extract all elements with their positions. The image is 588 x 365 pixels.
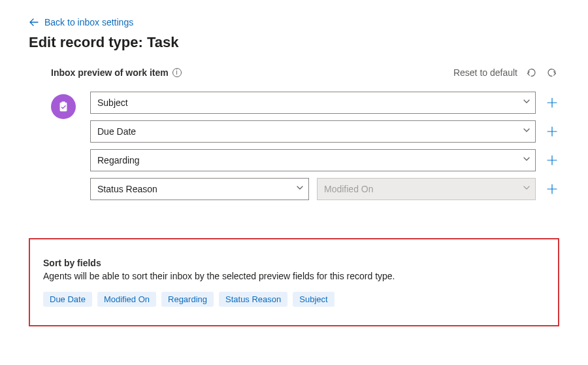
chevron-down-icon: [522, 154, 531, 166]
chevron-down-icon: [295, 183, 304, 195]
svg-rect-1: [61, 101, 65, 103]
preview-row: Regarding: [90, 149, 559, 171]
preview-row-fields: Subject: [90, 92, 536, 114]
plus-icon: [546, 154, 558, 166]
page-root: Back to inbox settings Edit record type:…: [0, 0, 588, 326]
redo-icon: [546, 67, 558, 78]
sort-chip-subject[interactable]: Subject: [293, 292, 334, 307]
back-link-label: Back to inbox settings: [44, 17, 133, 27]
select-label: Subject: [97, 97, 128, 108]
sort-section-title: Sort by fields: [43, 258, 545, 268]
add-field-button[interactable]: [545, 96, 559, 110]
sort-chip-status-reason[interactable]: Status Reason: [219, 292, 287, 307]
select-label: Regarding: [97, 155, 140, 165]
content-area: Inbox preview of work item i Reset to de…: [29, 65, 559, 200]
preview-row-fields: Regarding: [90, 149, 536, 171]
svg-rect-0: [60, 103, 67, 112]
sort-chip-due-date[interactable]: Due Date: [43, 292, 92, 307]
page-title: Edit record type: Task: [29, 34, 559, 51]
select-label: Status Reason: [97, 184, 157, 194]
preview-rows: Subject D: [90, 92, 559, 200]
plus-icon: [546, 126, 558, 137]
plus-icon: [546, 97, 558, 109]
chevron-down-icon: [522, 183, 531, 195]
preview-block: Subject D: [51, 92, 559, 200]
back-to-inbox-link[interactable]: Back to inbox settings: [29, 17, 133, 27]
sort-chip-modified-on[interactable]: Modified On: [97, 292, 156, 307]
sort-chip-regarding[interactable]: Regarding: [161, 292, 214, 307]
add-field-button[interactable]: [545, 124, 559, 139]
preview-row-fields: Due Date: [90, 120, 536, 143]
plus-icon: [546, 183, 558, 195]
chevron-down-icon: [522, 126, 531, 137]
undo-button[interactable]: [524, 65, 538, 80]
task-clipboard-icon: [51, 94, 76, 119]
reset-group: Reset to default: [453, 65, 559, 80]
preview-section-title: Inbox preview of work item: [51, 67, 169, 78]
redo-button[interactable]: [545, 65, 559, 80]
chevron-down-icon: [522, 97, 531, 109]
preview-row: Due Date: [90, 120, 559, 143]
select-label: Due Date: [97, 126, 136, 137]
field-select-modified-on: Modified On: [317, 178, 536, 200]
select-label: Modified On: [324, 184, 373, 194]
field-select-status-reason[interactable]: Status Reason: [90, 178, 309, 200]
sort-chips: Due Date Modified On Regarding Status Re…: [43, 292, 545, 307]
field-select-due-date[interactable]: Due Date: [90, 120, 536, 143]
undo-icon: [525, 67, 537, 78]
arrow-left-icon: [29, 17, 39, 27]
preview-row: Subject: [90, 92, 559, 114]
reset-to-default-button[interactable]: Reset to default: [453, 67, 517, 78]
preview-row-fields: Status Reason Modified On: [90, 178, 536, 200]
field-select-regarding[interactable]: Regarding: [90, 149, 536, 171]
preview-section-header: Inbox preview of work item i Reset to de…: [51, 65, 559, 80]
preview-row: Status Reason Modified On: [90, 178, 559, 200]
sort-section-description: Agents will be able to sort their inbox …: [43, 271, 545, 281]
add-field-button[interactable]: [545, 153, 559, 167]
add-field-button[interactable]: [545, 182, 559, 196]
sort-by-fields-section: Sort by fields Agents will be able to so…: [29, 238, 559, 326]
section-title-wrap: Inbox preview of work item i: [51, 67, 182, 78]
field-select-subject[interactable]: Subject: [90, 92, 536, 114]
info-icon[interactable]: i: [172, 68, 182, 77]
